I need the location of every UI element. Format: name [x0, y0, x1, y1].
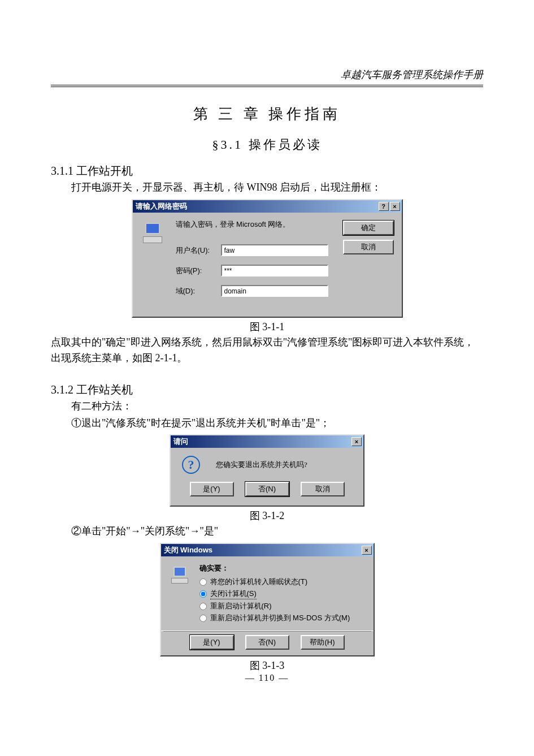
header-rule-bottom — [51, 87, 483, 87]
subsection-3-1-1-title: 3.1.1 工作站开机 — [51, 163, 483, 179]
network-login-icon — [141, 222, 164, 245]
username-field[interactable] — [221, 244, 328, 256]
confirm-dialog-title: 请问 — [172, 437, 350, 447]
computer-icon — [170, 565, 190, 586]
figure-caption-3-1-2: 图 3-1-2 — [51, 509, 483, 522]
subsection-3-1-2-title: 3.1.2 工作站关机 — [51, 382, 483, 398]
radio-restart[interactable]: 重新启动计算机(R) — [199, 601, 364, 611]
cancel-button[interactable]: 取消 — [301, 482, 345, 496]
close-button[interactable]: × — [351, 437, 362, 446]
shutdown-dialog-titlebar[interactable]: 关闭 Windows × — [161, 544, 374, 556]
confirm-exit-dialog: 请问 × ? 您确实要退出系统并关机吗? 是(Y) 否(N) 取消 — [170, 434, 364, 507]
ok-button[interactable]: 确定 — [343, 221, 394, 235]
cancel-button[interactable]: 取消 — [343, 240, 394, 254]
shutdown-dialog-title: 关闭 Windows — [163, 545, 361, 555]
radio-restart-dos-input[interactable] — [199, 615, 207, 622]
radio-shutdown-label: 关闭计算机(S) — [210, 589, 257, 599]
domain-label: 域(D): — [176, 284, 221, 299]
password-label: 密码(P): — [176, 263, 221, 278]
login-dialog-titlebar[interactable]: 请输入网络密码 ? × — [133, 200, 402, 213]
shutdown-heading: 确实要： — [199, 563, 364, 573]
login-prompt-text: 请输入密码，登录 Microsoft 网络。 — [176, 219, 343, 230]
section-title: §3.1 操作员必读 — [51, 136, 483, 153]
sub2-line1: 有二种方法： — [51, 399, 483, 414]
no-button[interactable]: 否(N) — [245, 635, 289, 650]
sub1-text: 打开电源开关，开显示器、再主机，待 WIN98 启动后，出现注册框： — [51, 180, 483, 196]
password-field[interactable] — [221, 265, 328, 277]
close-button[interactable]: × — [390, 202, 400, 211]
chapter-title: 第 三 章 操作指南 — [51, 104, 483, 124]
close-button[interactable]: × — [362, 546, 372, 555]
confirm-dialog-titlebar[interactable]: 请问 × — [171, 435, 363, 448]
radio-restart-dos-label: 重新启动计算机并切换到 MS-DOS 方式(M) — [210, 613, 350, 623]
radio-shutdown[interactable]: 关闭计算机(S) — [199, 589, 364, 599]
page-number: — 110 — — [0, 673, 534, 683]
no-button[interactable]: 否(N) — [245, 482, 289, 496]
radio-shutdown-input[interactable] — [199, 590, 207, 598]
sub2-line2: ①退出"汽修系统"时在提示"退出系统并关机"时单击"是"； — [51, 416, 483, 431]
figure-caption-3-1-3: 图 3-1-3 — [51, 659, 483, 672]
domain-field[interactable] — [221, 285, 328, 297]
help-button[interactable]: 帮助(H) — [301, 635, 345, 650]
confirm-message: 您确实要退出系统并关机吗? — [216, 460, 307, 470]
login-dialog-title: 请输入网络密码 — [134, 201, 377, 211]
radio-restart-dos[interactable]: 重新启动计算机并切换到 MS-DOS 方式(M) — [199, 613, 364, 623]
shutdown-windows-dialog: 关闭 Windows × 确实要： 将您的计算机转入睡眠状态(T) 关闭计算机(… — [160, 543, 375, 656]
help-button[interactable]: ? — [379, 202, 389, 211]
after-dialog1-text: 点取其中的"确定"即进入网络系统，然后用鼠标双击"汽修管理系统"图标即可进入本软… — [51, 335, 483, 366]
radio-sleep-label: 将您的计算机转入睡眠状态(T) — [210, 577, 308, 587]
manual-title: 卓越汽车服务管理系统操作手册 — [51, 68, 483, 85]
radio-restart-label: 重新启动计算机(R) — [210, 601, 272, 611]
radio-restart-input[interactable] — [199, 603, 207, 610]
login-dialog: 请输入网络密码 ? × 请输入密码，登录 Microsoft 网络。 用户名(U… — [132, 199, 403, 318]
username-label: 用户名(U): — [176, 243, 221, 258]
radio-sleep[interactable]: 将您的计算机转入睡眠状态(T) — [199, 577, 364, 587]
header-rule-top — [51, 85, 483, 85]
between-dialogs-text: ②单击"开始"→"关闭系统"→"是" — [51, 524, 483, 539]
question-icon: ? — [182, 456, 200, 474]
yes-button[interactable]: 是(Y) — [190, 482, 234, 496]
yes-button[interactable]: 是(Y) — [190, 635, 234, 650]
figure-caption-3-1-1: 图 3-1-1 — [51, 320, 483, 334]
radio-sleep-input[interactable] — [199, 578, 207, 586]
